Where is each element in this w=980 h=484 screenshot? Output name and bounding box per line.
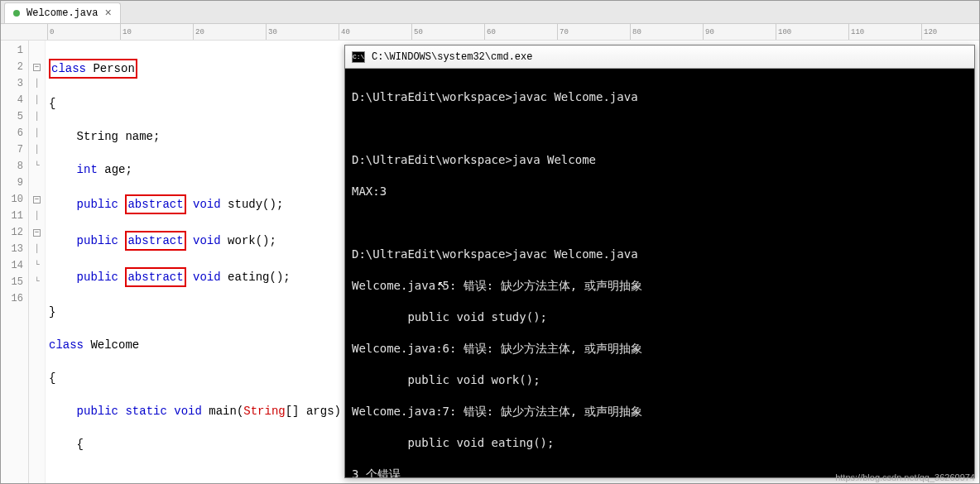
cmd-title-text: C:\WINDOWS\system32\cmd.exe (372, 51, 532, 63)
line-number: 12 (1, 224, 23, 241)
code-token (118, 271, 125, 284)
code-token (49, 234, 77, 247)
code-token: void (193, 198, 221, 211)
cmd-window[interactable]: C:\ C:\WINDOWS\system32\cmd.exe D:\Ultra… (344, 45, 975, 478)
line-number: 5 (1, 108, 23, 125)
code-token: class (51, 62, 86, 75)
code-token: int (77, 163, 98, 176)
line-number: 7 (1, 141, 23, 158)
cmd-line: D:\UltraEdit\workspace>javac Welcome.jav… (352, 247, 968, 262)
code-token: study(); (221, 198, 284, 211)
ruler-tick: 10 (120, 24, 193, 40)
cmd-line: MAX:3 (352, 184, 968, 199)
code-token: public (77, 198, 118, 211)
ruler: 0 10 20 30 40 50 60 70 80 90 100 110 120… (1, 24, 979, 41)
code-token: public (77, 234, 118, 247)
code-token (186, 234, 193, 247)
cmd-line: Welcome.java:7: 错误: 缺少方法主体, 或声明抽象 (352, 404, 968, 419)
ruler-tick: 80 (630, 24, 703, 40)
line-number: 10 (1, 191, 23, 208)
mouse-cursor-icon: ↖ (438, 276, 446, 291)
code-token: Person (86, 62, 135, 75)
line-number: 9 (1, 175, 23, 191)
code-token: [] args) (286, 405, 341, 418)
code-token (167, 405, 174, 418)
line-number: 16 (1, 290, 23, 307)
line-number: 15 (1, 274, 23, 290)
code-token (49, 198, 77, 211)
fold-minus-icon[interactable]: − (33, 64, 41, 71)
cmd-icon: C:\ (352, 51, 365, 63)
code-token: public (77, 271, 118, 284)
ruler-tick: 0 (47, 24, 120, 40)
code-token (118, 234, 125, 247)
ruler-tick: 110 (848, 24, 921, 40)
line-number: 6 (1, 125, 23, 141)
ruler-tick: 40 (339, 24, 411, 40)
line-number: 8 (1, 158, 23, 175)
line-number: 4 (1, 92, 23, 108)
code-token: Welcome (84, 338, 139, 352)
code-token: static (125, 405, 166, 418)
code-token: abstract (127, 271, 183, 284)
cmd-line: D:\UltraEdit\workspace>javac Welcome.jav… (352, 89, 968, 105)
ruler-tick: 70 (557, 24, 630, 40)
code-token: void (174, 405, 202, 418)
code-token (49, 163, 77, 176)
ruler-tick: 100 (776, 24, 848, 40)
code-token (49, 405, 77, 418)
tab-welcome-java[interactable]: Welcome.java × (4, 2, 121, 23)
line-number: 11 (1, 208, 23, 224)
cmd-titlebar[interactable]: C:\ C:\WINDOWS\system32\cmd.exe (345, 46, 974, 69)
cmd-body[interactable]: D:\UltraEdit\workspace>javac Welcome.jav… (345, 69, 974, 477)
watermark: https://blog.csdn.net/qq_36260974 (835, 472, 975, 482)
fold-minus-icon[interactable]: − (33, 196, 41, 204)
line-number: 14 (1, 257, 23, 274)
ruler-tick: 90 (703, 24, 776, 40)
code-token: void (193, 234, 221, 247)
code-token: void (193, 271, 221, 284)
cmd-line: public void study(); (352, 309, 968, 325)
code-token: class (49, 338, 84, 352)
ruler-tick: 120 (921, 24, 979, 40)
code-token: eating(); (221, 271, 291, 284)
tab-label: Welcome.java (26, 7, 98, 19)
cmd-line: Welcome.java:6: 错误: 缺少方法主体, 或声明抽象 (352, 341, 968, 357)
cmd-line: D:\UltraEdit\workspace>java Welcome (352, 152, 968, 168)
ruler-tick: 60 (484, 24, 557, 40)
code-token (49, 271, 77, 284)
code-token: abstract (127, 198, 183, 211)
ruler-tick: 50 (411, 24, 484, 40)
close-icon[interactable]: × (104, 7, 111, 20)
line-number: 2 (1, 59, 23, 75)
code-token: String (243, 405, 285, 418)
code-token (186, 198, 193, 211)
ruler-tick: 30 (266, 24, 339, 40)
line-number: 13 (1, 241, 23, 257)
cmd-line: public void work(); (352, 372, 968, 388)
line-number: 1 (1, 42, 23, 59)
code-token (118, 198, 125, 211)
cmd-line: public void eating(); (352, 435, 968, 451)
code-token (186, 271, 193, 284)
code-token: abstract (127, 234, 183, 247)
code-token: work(); (221, 234, 276, 247)
fold-minus-icon[interactable]: − (33, 229, 41, 237)
code-token: main( (202, 405, 243, 418)
tab-bar: Welcome.java × (1, 1, 979, 24)
code-token: age; (98, 163, 132, 176)
line-gutter: 1 2 3 4 5 6 7 8 9 10 11 12 13 14 15 16 (1, 41, 29, 483)
fold-column: − │││││└ − │ − │└└ (29, 41, 46, 483)
ruler-tick: 20 (193, 24, 266, 40)
line-number: 3 (1, 75, 23, 92)
code-token: public (77, 405, 118, 418)
modified-dot-icon (13, 10, 20, 17)
